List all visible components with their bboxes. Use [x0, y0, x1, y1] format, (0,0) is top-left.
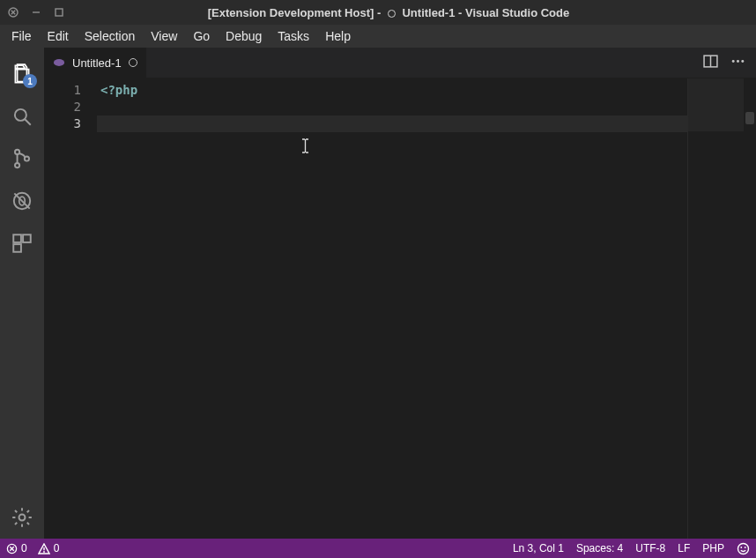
code-area[interactable]: <?php	[97, 78, 687, 539]
warning-icon	[38, 543, 50, 554]
editor-scrollbar[interactable]	[744, 78, 756, 539]
code-token-php-open: <?php	[100, 83, 137, 97]
line-number: 2	[44, 99, 81, 115]
activity-bar: 1	[0, 48, 44, 539]
activity-scm[interactable]	[0, 138, 44, 180]
activity-explorer[interactable]: 1	[0, 53, 44, 95]
editor[interactable]: 1 2 3 <?php	[44, 78, 756, 539]
status-indentation[interactable]: Spaces: 4	[570, 539, 629, 558]
svg-point-23	[738, 543, 749, 554]
line-number: 3	[44, 115, 81, 132]
status-errors-count: 0	[21, 542, 27, 554]
svg-rect-12	[13, 244, 21, 252]
svg-point-13	[19, 515, 26, 521]
window-maximize-icon[interactable]	[51, 4, 67, 20]
svg-point-3	[15, 109, 26, 121]
svg-rect-10	[13, 234, 21, 242]
status-eol[interactable]: LF	[671, 539, 696, 558]
status-problems[interactable]: 0 0	[0, 539, 65, 558]
menu-view[interactable]: View	[143, 25, 185, 48]
text-cursor-icon	[301, 138, 302, 153]
tab-dirty-close-icon[interactable]	[129, 58, 137, 67]
svg-point-6	[15, 163, 19, 167]
svg-point-18	[737, 60, 739, 63]
svg-rect-2	[56, 9, 63, 16]
activity-extensions[interactable]	[0, 222, 44, 264]
svg-point-25	[745, 547, 746, 548]
menu-debug[interactable]: Debug	[218, 25, 270, 48]
status-warnings-count: 0	[54, 542, 60, 554]
line-number-gutter: 1 2 3	[44, 78, 97, 539]
window-close-icon[interactable]	[5, 4, 21, 20]
activity-settings[interactable]	[0, 496, 44, 539]
menu-edit[interactable]: Edit	[40, 25, 77, 48]
error-icon	[6, 543, 18, 554]
editor-group: Untitled-1 1 2 3 <?php	[44, 48, 756, 539]
menu-go[interactable]: Go	[185, 25, 218, 48]
window-titlebar: [Extension Development Host] - Untitled-…	[0, 0, 756, 25]
menu-selection[interactable]: Selection	[77, 25, 144, 48]
status-bar: 0 0 Ln 3, Col 1 Spaces: 4 UTF-8 LF PHP	[0, 539, 756, 558]
svg-point-19	[741, 60, 744, 63]
tab-bar: Untitled-1	[44, 48, 756, 78]
tab-untitled-1[interactable]: Untitled-1	[44, 48, 147, 78]
window-title: [Extension Development Host] - Untitled-…	[74, 6, 703, 19]
svg-point-24	[740, 547, 742, 548]
menubar: File Edit Selection View Go Debug Tasks …	[0, 25, 756, 48]
smiley-icon	[737, 542, 750, 555]
status-language-mode[interactable]: PHP	[696, 539, 730, 558]
minimap[interactable]	[687, 78, 744, 539]
dirty-indicator-icon	[388, 10, 396, 18]
more-actions-icon[interactable]	[730, 54, 745, 71]
line-number: 1	[44, 82, 81, 99]
tab-label: Untitled-1	[72, 56, 122, 70]
status-encoding[interactable]: UTF-8	[629, 539, 671, 558]
svg-rect-1	[33, 11, 40, 12]
window-title-file: Untitled-1	[402, 6, 455, 19]
menu-help[interactable]: Help	[317, 25, 359, 48]
menu-tasks[interactable]: Tasks	[270, 25, 317, 48]
activity-search[interactable]	[0, 95, 44, 138]
window-title-prefix: [Extension Development Host] -	[208, 6, 384, 19]
svg-line-4	[25, 119, 31, 125]
split-editor-icon[interactable]	[703, 54, 718, 71]
explorer-badge: 1	[23, 74, 37, 88]
svg-rect-11	[23, 234, 31, 242]
status-feedback[interactable]	[730, 539, 756, 558]
svg-point-17	[732, 60, 735, 63]
status-cursor-position[interactable]: Ln 3, Col 1	[507, 539, 570, 558]
scrollbar-thumb[interactable]	[745, 112, 754, 124]
svg-point-14	[54, 59, 64, 66]
menu-file[interactable]: File	[4, 25, 40, 48]
window-minimize-icon[interactable]	[28, 4, 44, 20]
svg-point-22	[43, 551, 45, 553]
window-title-suffix: - Visual Studio Code	[458, 6, 569, 19]
activity-debug[interactable]	[0, 180, 44, 222]
php-file-icon	[53, 56, 65, 69]
